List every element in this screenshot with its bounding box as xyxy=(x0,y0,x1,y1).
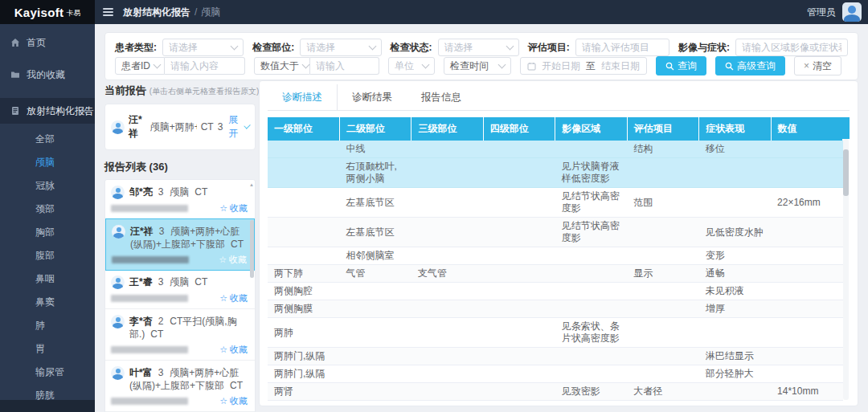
table-cell[interactable]: 未见积液 xyxy=(699,283,771,300)
table-cell[interactable] xyxy=(411,383,483,401)
table-cell[interactable]: 增厚 xyxy=(699,300,771,318)
report-list-item[interactable]: 叶*富3颅脑+两肺+心脏(纵隔)+上腹部+下腹部CT ☆收藏 xyxy=(105,361,255,412)
search-button[interactable]: 查询 xyxy=(656,56,706,75)
table-cell[interactable] xyxy=(771,365,842,383)
table-cell[interactable]: 相邻侧脑室 xyxy=(339,247,411,265)
table-cell[interactable] xyxy=(339,283,411,300)
sidebar-subitem-6[interactable]: 鼻咽 xyxy=(0,267,95,291)
favorite-button[interactable]: ☆收藏 xyxy=(219,202,248,214)
table-cell[interactable] xyxy=(339,348,411,365)
table-cell[interactable]: 见片状脑脊液样低密度影 xyxy=(555,158,627,188)
table-cell[interactable]: 22×16mm xyxy=(771,188,842,218)
sidebar-subitem-5[interactable]: 腹部 xyxy=(0,244,95,267)
table-cell[interactable] xyxy=(268,141,339,158)
table-cell[interactable] xyxy=(411,348,483,365)
table-cell[interactable] xyxy=(268,158,339,188)
table-cell[interactable]: 14*10mm xyxy=(771,383,842,401)
user-avatar[interactable] xyxy=(842,2,862,22)
table-scrollbar[interactable] xyxy=(841,117,850,403)
table-cell[interactable] xyxy=(339,383,411,401)
table-cell[interactable] xyxy=(483,348,555,365)
sidebar-subitem-0[interactable]: 全部 xyxy=(0,128,95,151)
date-range-picker[interactable]: 开始日期 至 结束日期 xyxy=(520,57,647,75)
exam-status-select[interactable]: 请选择 xyxy=(438,39,519,56)
table-cell[interactable]: 见结节状高密度影 xyxy=(555,218,627,247)
table-cell[interactable]: 见低密度水肿 xyxy=(699,218,771,247)
table-cell[interactable] xyxy=(627,218,698,247)
table-cell[interactable] xyxy=(483,247,555,265)
table-cell[interactable] xyxy=(555,348,627,365)
table-cell[interactable] xyxy=(699,188,771,218)
table-cell[interactable] xyxy=(339,318,411,348)
sidebar-subitem-7[interactable]: 鼻窦 xyxy=(0,291,95,314)
table-cell[interactable] xyxy=(771,401,842,404)
table-cell[interactable] xyxy=(627,247,698,265)
favorite-button[interactable]: ☆收藏 xyxy=(219,395,248,407)
table-cell[interactable]: 淋巴结显示 xyxy=(699,348,771,365)
tab-0[interactable]: 诊断描述 xyxy=(268,84,338,110)
clear-button[interactable]: × 清空 xyxy=(794,56,841,75)
table-cell[interactable]: 显示 xyxy=(627,265,698,283)
table-cell[interactable]: 两下肺 xyxy=(268,265,339,283)
expand-button[interactable]: 展开 xyxy=(228,113,249,141)
unit-select[interactable]: 单位 xyxy=(388,57,435,75)
report-list-item[interactable]: 李*杳2CT平扫(颅脑,胸部.)CT ☆收藏 xyxy=(105,309,255,361)
table-cell[interactable] xyxy=(627,158,698,188)
table-cell[interactable] xyxy=(268,247,339,265)
table-cell[interactable] xyxy=(699,318,771,348)
table-cell[interactable]: 两侧胸腔 xyxy=(268,283,339,300)
table-cell[interactable] xyxy=(627,300,698,318)
sidebar-item-home[interactable]: 首页 xyxy=(0,31,95,55)
collapse-menu-icon[interactable] xyxy=(103,8,113,16)
table-cell[interactable]: 两侧胸膜 xyxy=(268,300,339,318)
table-cell[interactable] xyxy=(411,283,483,300)
sidebar-subitem-4[interactable]: 胸部 xyxy=(0,221,95,244)
table-cell[interactable] xyxy=(771,348,842,365)
sidebar-subitem-10[interactable]: 输尿管 xyxy=(0,361,95,384)
table-cell[interactable] xyxy=(483,141,555,158)
table-cell[interactable] xyxy=(483,318,555,348)
table-cell[interactable]: 通畅 xyxy=(699,265,771,283)
table-cell[interactable] xyxy=(483,283,555,300)
report-list-item[interactable]: 王*睿3颅脑CT ☆收藏 xyxy=(105,270,255,309)
table-cell[interactable]: 两肺门,纵隔 xyxy=(268,348,339,365)
eval-item-input[interactable]: 请输入评估项目 xyxy=(575,39,669,56)
table-cell[interactable] xyxy=(771,247,842,265)
sidebar-subitem-1[interactable]: 颅脑 xyxy=(0,151,95,174)
table-cell[interactable] xyxy=(483,265,555,283)
table-cell[interactable] xyxy=(411,247,483,265)
table-cell[interactable] xyxy=(411,218,483,247)
table-cell[interactable]: 范围 xyxy=(627,188,698,218)
table-cell[interactable] xyxy=(771,141,842,158)
sidebar-subitem-8[interactable]: 肺 xyxy=(0,314,95,337)
table-cell[interactable] xyxy=(555,247,627,265)
patient-id-input[interactable]: 请输入内容 xyxy=(165,57,245,75)
favorite-button[interactable]: ☆收藏 xyxy=(219,344,248,356)
table-cell[interactable] xyxy=(555,401,627,404)
table-cell[interactable] xyxy=(771,318,842,348)
table-cell[interactable]: 见结节状高密度影 xyxy=(555,188,627,218)
scrollbar-thumb[interactable] xyxy=(250,220,254,278)
report-list-item[interactable]: 汪*祥3颅脑+两肺+心脏(纵隔)+上腹部+下腹部CT ☆收藏 xyxy=(105,218,255,271)
table-cell[interactable] xyxy=(699,158,771,188)
advanced-search-button[interactable]: 高级查询 xyxy=(715,56,785,75)
breadcrumb-root[interactable]: 放射结构化报告 xyxy=(123,6,190,19)
table-cell[interactable] xyxy=(411,300,483,318)
table-cell[interactable] xyxy=(627,283,698,300)
image-symptom-input[interactable]: 请输入区域影像或症状表现 xyxy=(735,39,848,56)
table-cell[interactable] xyxy=(627,348,698,365)
table-cell[interactable]: 两肾 xyxy=(268,383,339,401)
table-cell[interactable] xyxy=(555,300,627,318)
value-input[interactable]: 请输入 xyxy=(310,57,379,75)
tab-1[interactable]: 诊断结果 xyxy=(338,84,407,110)
table-cell[interactable] xyxy=(268,218,339,247)
table-cell[interactable] xyxy=(411,188,483,218)
table-cell[interactable]: 右顶颞枕叶,两侧小脑 xyxy=(339,158,411,188)
table-cell[interactable] xyxy=(411,318,483,348)
table-cell[interactable] xyxy=(339,365,411,383)
table-cell[interactable] xyxy=(699,383,771,401)
table-cell[interactable] xyxy=(268,188,339,218)
table-cell[interactable]: 部分轻肿大 xyxy=(699,365,771,383)
table-cell[interactable] xyxy=(483,218,555,247)
table-cell[interactable] xyxy=(771,300,842,318)
